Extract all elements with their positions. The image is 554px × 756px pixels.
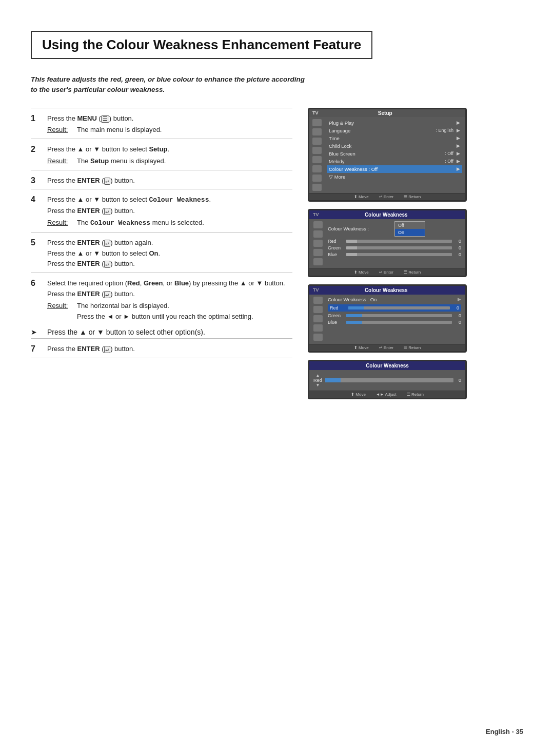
cw-header-arrow-2: ▶ [458,297,461,302]
icon-lang [312,128,322,135]
tv-bottombar-setup: ⬆ Move ↵ Enter ☰ Return [309,193,465,200]
cw-title-2: Colour Weakness [319,287,453,293]
bottom-move-2: ⬆ Move [354,270,369,275]
note-arrow-icon: ➤ [31,328,42,336]
tv-screen-cw1: TV Colour Weakness [308,209,467,277]
cw-tv-label-2: TV [311,287,319,293]
cw-icon-2-3 [313,315,323,322]
step-3: 3 Press the ENTER (↵) button. [31,170,292,189]
cw-blue-val-1: 0 [455,252,461,257]
step-4-line2: Press the ENTER (↵) button. [47,206,292,217]
tv-screen-cw2: TV Colour Weakness [308,284,467,353]
step-num-2: 2 [31,145,42,154]
cw-icon-3 [313,240,323,247]
step-1-text: Press the MENU (☰) button. [47,114,133,122]
cw-content-2: Colour Weakness : On ▶ Red 0 [328,297,461,341]
cw-green-track-1 [346,246,452,249]
cw-content-1: Colour Weakness : Off On Red [328,221,461,265]
cw-red-fill-2 [348,306,364,309]
small-value: 0 [459,378,461,383]
step-4-line1: Press the ▲ or ▼ button to select Colour… [47,195,292,206]
cw-header-row-2: Colour Weakness : On ▶ [328,297,461,302]
step-5-content: Press the ENTER (↵) button again. Press … [47,238,292,269]
cw-icon-5 [313,258,323,265]
tv-topbar-setup: TV Setup [309,109,465,117]
tv-icon-col [312,119,322,191]
result-text-6: The horizontal bar is displayed. Press t… [77,301,253,322]
small-adj-row: ▲ Red ▼ 0 [313,373,461,387]
bottom-return-1: ☰ Return [404,195,421,199]
tv-row-plug: Plug & Play ▶ [327,119,462,127]
icon-child [312,147,322,154]
page-footer: English - 35 [486,728,523,735]
cw-icon-2-5 [313,334,323,341]
main-layout: 1 Press the MENU (☰) button. Result: The… [31,108,523,399]
step-6-result: Result: The horizontal bar is displayed.… [47,301,292,322]
step-num-4: 4 [31,195,42,204]
step-3-text: Press the ENTER (↵) button. [47,177,135,184]
icon-blue [312,156,322,163]
step-num-5: 5 [31,238,42,247]
intro-text: This feature adjusts the red, green, or … [31,74,308,95]
cw-opt-off: Off [395,222,425,229]
tv-row-lang: Language : English ▶ [327,127,462,134]
step-5-line2: Press the ▲ or ▼ button to select On. [47,248,292,259]
cw-opt-on: On [395,229,425,236]
note-text: Press the ▲ or ▼ button to select other … [47,328,205,336]
result-label-6: Result: [47,301,73,312]
step-5-line3: Press the ENTER (↵) button. [47,259,292,269]
tv-row-time: Time ▶ [327,134,462,142]
tv-bottombar-cw1: ⬆ Move ↵ Enter ☰ Return [309,268,465,276]
icon-time [312,138,322,145]
step-2: 2 Press the ▲ or ▼ button to select Setu… [31,139,292,170]
step-5-line1: Press the ENTER (↵) button again. [47,238,292,248]
step-1-result: Result: The main menu is displayed. [47,125,292,135]
cw-green-val-2: 0 [455,313,461,318]
cw-header-label-1: Colour Weakness : [328,226,369,231]
tv-screen-adj: Colour Weakness ▲ Red ▼ 0 [308,360,467,399]
small-bottombar: ⬆ Move ◄► Adjust ☰ Return [309,391,465,398]
tv-row-more: ▽ More [327,173,462,181]
small-bottom-adjust: ◄► Adjust [376,392,397,397]
cw-popup-1: Off On [394,221,425,237]
bottom-return-3: ☰ Return [404,345,421,350]
tv-row-child: Child Lock ▶ [327,142,462,150]
cw-slider-red-1: Red 0 [328,239,461,244]
cw-body-2: Colour Weakness : On ▶ Red 0 [309,295,465,344]
result-text-1: The main menu is displayed. [77,125,162,135]
cw-green-label-1: Green [328,245,343,250]
small-bottom-move: ⬆ Move [351,392,366,397]
result-label-2: Result: [47,156,73,167]
cw-icon-2 [313,230,323,238]
cw-blue-label-2: Blue [328,320,343,325]
cw-icon-col-2 [313,297,323,341]
title-box: Using the Colour Weakness Enhancement Fe… [31,31,372,59]
cw-blue-val-2: 0 [455,320,461,325]
step-5: 5 Press the ENTER (↵) button again. Pres… [31,232,292,273]
step-num-6: 6 [31,279,42,288]
tv-row-cw: Colour Weakness : Off ▶ [327,165,462,173]
step-num-7: 7 [31,344,42,354]
bottom-move-1: ⬆ Move [354,195,369,199]
bottom-enter-3: ↵ Enter [379,345,393,350]
cw-red-val-2: 0 [453,305,459,311]
icon-plug [312,119,322,126]
step-num-1: 1 [31,114,42,123]
step-1: 1 Press the MENU (☰) button. Result: The… [31,108,292,139]
cw-header-label-2: Colour Weakness : On [328,297,377,302]
cw-green-val-1: 0 [455,245,461,250]
small-fill [325,378,341,382]
icon-melody [312,165,322,172]
small-arrows-icon: ▲ Red ▼ [313,373,322,387]
step-6-content: Select the required option (Red, Green, … [47,278,292,322]
cw-title-1: Colour Weakness [319,212,453,218]
steps-column: 1 Press the MENU (☰) button. Result: The… [31,108,308,399]
step-6: 6 Select the required option (Red, Green… [31,273,292,325]
cw-icon-1 [313,221,323,228]
step-num-3: 3 [31,176,42,185]
cw-blue-fill-1 [346,253,357,256]
icon-cw [312,175,322,182]
small-title: Colour Weakness [366,363,409,369]
step-7: 7 Press the ENTER (↵) button. [31,338,292,358]
bottom-enter-1: ↵ Enter [379,195,393,199]
